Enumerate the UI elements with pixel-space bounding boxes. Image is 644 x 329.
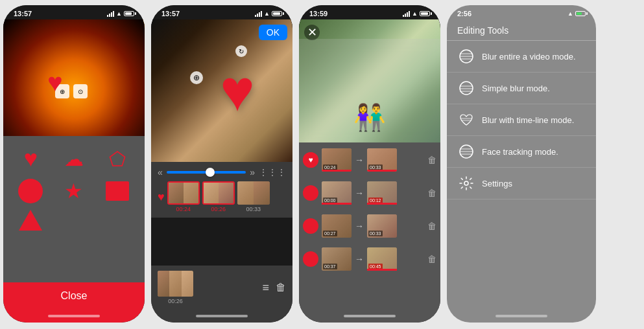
tl-circle-3 bbox=[303, 218, 318, 234]
forward-icon[interactable]: » bbox=[250, 167, 255, 177]
battery-icon-3 bbox=[420, 11, 430, 16]
face-tracking-icon bbox=[457, 142, 475, 161]
tl-delete-1[interactable]: 🗑 bbox=[427, 155, 436, 165]
tl-circle-1: ♥ bbox=[303, 152, 318, 168]
status-time-1: 13:57 bbox=[14, 10, 32, 17]
pentagon-shape: ⬠ bbox=[109, 148, 126, 170]
ok-button[interactable]: OK bbox=[259, 25, 287, 40]
tl-thumb-4a: 00:37 bbox=[322, 247, 352, 271]
svg-point-4 bbox=[460, 82, 473, 95]
tl-time-4a: 00:37 bbox=[323, 264, 337, 269]
tl-thumb-3a: 00:27 bbox=[322, 214, 352, 238]
clip-3[interactable]: 00:33 bbox=[237, 181, 270, 212]
timeline-row-1[interactable]: ♥ 00:24 → 00:33 🗑 bbox=[303, 145, 436, 175]
status-icons-1: ▲ bbox=[107, 10, 134, 17]
et-item-settings[interactable]: Settings bbox=[447, 168, 596, 199]
timeline-row-3[interactable]: 00:27 → 00:33 🗑 bbox=[303, 211, 436, 241]
clip-1[interactable]: 00:24 bbox=[167, 181, 200, 212]
scrubber-area: « » ⋮⋮⋮ ♥ 00:24 bbox=[151, 162, 292, 218]
status-icons-3: ▲ bbox=[403, 10, 430, 17]
tl-time-3a: 00:27 bbox=[323, 231, 337, 236]
move-handle-2[interactable]: ⊕ bbox=[190, 71, 203, 84]
clip-2[interactable]: 00:26 bbox=[202, 181, 235, 212]
signal-icon-2 bbox=[255, 11, 262, 17]
star-shape: ★ bbox=[64, 179, 83, 203]
resize-handle-1[interactable]: ⊙ bbox=[73, 84, 88, 98]
delete-icon[interactable]: 🗑 bbox=[276, 282, 286, 293]
tl-delete-4[interactable]: 🗑 bbox=[427, 254, 436, 264]
et-home-bar bbox=[495, 315, 547, 317]
rect-shape bbox=[106, 181, 129, 201]
tl-thumb-2a: 00:00 bbox=[322, 181, 352, 205]
shape-heart-btn[interactable]: ♥ bbox=[12, 145, 49, 172]
shape-heart-overlay: ♥ bbox=[47, 68, 63, 97]
triangle-shape bbox=[19, 210, 42, 231]
close-x-button[interactable]: ✕ bbox=[304, 25, 320, 40]
phone-3: 13:59 ▲ ✕ 👫 ♥ bbox=[299, 5, 440, 323]
home-indicator-3 bbox=[299, 310, 440, 323]
menu-icon[interactable]: ⋮⋮⋮ bbox=[259, 167, 286, 177]
et-item-face-tracking[interactable]: Face tracking mode. bbox=[447, 136, 596, 168]
et-list: Blur entire a video mode. Simple blur mo… bbox=[447, 41, 596, 310]
tl-arrow-1: → bbox=[355, 155, 364, 165]
close-button[interactable]: Close bbox=[3, 282, 145, 310]
shape-cloud-btn[interactable]: ☁ bbox=[56, 145, 93, 172]
shape-rect-btn[interactable] bbox=[99, 179, 136, 203]
et-label-blur-entire: Blur entire a video mode. bbox=[482, 52, 576, 62]
couple-image: 👫 bbox=[353, 102, 386, 133]
status-bar-3: 13:59 ▲ bbox=[299, 5, 440, 19]
shape-star-btn[interactable]: ★ bbox=[56, 179, 93, 203]
battery-icon-et bbox=[575, 11, 586, 16]
shape-panel: ♥ ☁ ⬠ ★ bbox=[3, 136, 145, 282]
battery-icon-2 bbox=[272, 11, 282, 16]
rewind-icon[interactable]: « bbox=[158, 167, 163, 177]
shape-circle-btn[interactable] bbox=[12, 179, 49, 203]
spacer bbox=[151, 218, 292, 266]
timeline-row-2[interactable]: 00:00 → 00:12 🗑 bbox=[303, 178, 436, 208]
tl-time-3b: 00:33 bbox=[368, 231, 383, 236]
clip-strip: ♥ 00:24 00:26 bbox=[158, 181, 286, 212]
clip-time-1: 00:24 bbox=[176, 206, 191, 212]
clip-time-3: 00:33 bbox=[246, 206, 261, 212]
video-preview-2: OK ⊕ ♥ ↻ bbox=[151, 19, 292, 162]
et-panel-title: Editing Tools bbox=[457, 25, 508, 36]
clip-time-2: 00:26 bbox=[211, 206, 226, 212]
heart-shape: ♥ bbox=[24, 145, 38, 172]
phone-2: 13:57 ▲ OK ⊕ ♥ ↻ « bbox=[151, 5, 292, 323]
tl-delete-2[interactable]: 🗑 bbox=[427, 188, 436, 198]
et-item-simple-blur[interactable]: Simple blur mode. bbox=[447, 73, 596, 104]
tl-circle-4 bbox=[303, 251, 318, 267]
tl-thumb-2b: 00:12 bbox=[367, 181, 397, 205]
single-clip-img bbox=[158, 271, 193, 297]
wifi-icon-et: ▲ bbox=[567, 10, 573, 17]
wifi-icon: ▲ bbox=[116, 10, 122, 17]
battery-icon bbox=[124, 11, 134, 16]
et-item-blur-timeline[interactable]: Blur with time-line mode. bbox=[447, 104, 596, 136]
scrubber-thumb[interactable] bbox=[206, 168, 215, 177]
tl-thumb-3b: 00:33 bbox=[367, 214, 397, 238]
tl-circle-2 bbox=[303, 185, 318, 201]
status-bar-1: 13:57 ▲ bbox=[3, 5, 145, 19]
home-bar-2 bbox=[196, 315, 248, 317]
adjust-icon[interactable]: ≡ bbox=[262, 281, 269, 295]
tl-arrow-4: → bbox=[355, 254, 364, 264]
et-item-blur-entire[interactable]: Blur entire a video mode. bbox=[447, 41, 596, 73]
tl-thumb-4b: 00:45 bbox=[367, 247, 397, 271]
shape-triangle-btn[interactable] bbox=[12, 210, 49, 231]
video-preview-3: ✕ 👫 bbox=[299, 19, 440, 142]
home-indicator-2 bbox=[151, 310, 292, 323]
signal-icon bbox=[107, 11, 114, 17]
shape-pentagon-btn[interactable]: ⬠ bbox=[99, 145, 136, 172]
single-clip[interactable]: 00:26 bbox=[158, 271, 193, 304]
circle-shape bbox=[18, 179, 43, 203]
tl-arrow-3: → bbox=[355, 221, 364, 231]
video-preview-1: ⊕ ⊙ ♥ bbox=[3, 19, 145, 136]
signal-icon-3 bbox=[403, 11, 410, 17]
wifi-icon-2: ▲ bbox=[264, 10, 270, 17]
bottom-clip-editor: 00:26 ≡ 🗑 bbox=[151, 266, 292, 310]
tl-delete-3[interactable]: 🗑 bbox=[427, 221, 436, 231]
scrubber-track[interactable] bbox=[167, 171, 246, 174]
simple-blur-icon bbox=[457, 79, 475, 97]
timeline-row-4[interactable]: 00:37 → 00:45 🗑 bbox=[303, 244, 436, 274]
rotate-handle[interactable]: ↻ bbox=[235, 45, 247, 57]
